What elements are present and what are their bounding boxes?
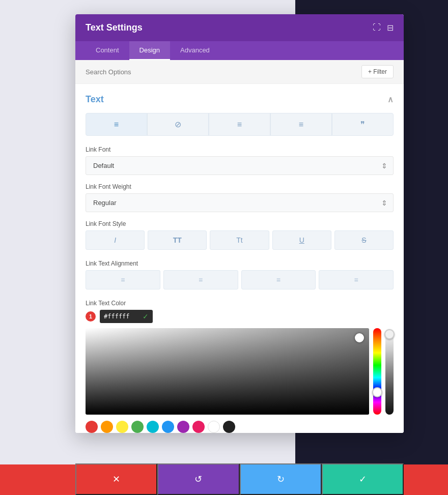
chevron-up-icon[interactable]: ∧: [387, 95, 394, 104]
align-left-btn[interactable]: ≡: [86, 270, 160, 289]
background-left: [0, 0, 75, 495]
tab-design[interactable]: Design: [129, 41, 170, 60]
section-title-text: Text: [86, 94, 104, 105]
link-font-style-field: Link Font Style I TT Tt U S: [86, 220, 394, 250]
tabs-bar: Content Design Advanced: [75, 41, 404, 60]
align-center-btn[interactable]: ≡: [163, 270, 238, 289]
color-spectrum[interactable]: [86, 328, 369, 415]
text-style-icons: ≡ ⊘ ≡ ≡ ❞: [86, 113, 394, 136]
link-font-select-wrapper: Default ⇕: [86, 156, 394, 175]
opacity-slider[interactable]: [385, 328, 394, 415]
swatch-black[interactable]: [223, 421, 235, 433]
uppercase-btn[interactable]: TT: [148, 230, 207, 250]
color-badge: 1: [86, 311, 96, 322]
cancel-button[interactable]: ✕: [75, 463, 157, 495]
hue-handle[interactable]: [372, 387, 382, 397]
strikethrough-icon-btn[interactable]: ⊘: [147, 113, 209, 136]
color-swatches: [86, 415, 394, 433]
link-font-select[interactable]: Default: [86, 156, 394, 175]
swatch-purple[interactable]: [177, 421, 189, 433]
swatch-orange[interactable]: [101, 421, 113, 433]
reset-button[interactable]: ↺: [157, 463, 239, 495]
hex-confirm-icon[interactable]: ✓: [143, 312, 149, 321]
modal-header: Text Settings ⛶ ⊟: [75, 14, 404, 41]
list-icon-btn[interactable]: ≡: [209, 113, 270, 136]
text-settings-modal: Text Settings ⛶ ⊟ Content Design Advance…: [75, 14, 404, 433]
opacity-handle[interactable]: [384, 329, 395, 339]
modal-footer: ✕ ↺ ↻ ✓: [75, 463, 404, 495]
link-text-alignment-field: Link Text Alignment ≡ ≡ ≡ ≡: [86, 260, 394, 289]
link-font-weight-select[interactable]: Regular: [86, 193, 394, 212]
hex-color-input[interactable]: [104, 313, 139, 320]
swatch-red[interactable]: [86, 421, 98, 433]
color-gradient-area: [86, 328, 394, 415]
tab-content[interactable]: Content: [86, 41, 129, 60]
search-bar: + Filter: [75, 60, 404, 84]
spectrum-handle[interactable]: [355, 333, 364, 342]
align-right-btn[interactable]: ≡: [241, 270, 316, 289]
quote-icon-btn[interactable]: ❞: [332, 113, 394, 136]
link-font-weight-select-wrapper: Regular ⇕: [86, 193, 394, 212]
capitalize-btn[interactable]: Tt: [210, 230, 269, 250]
swatch-blue[interactable]: [162, 421, 174, 433]
font-style-buttons: I TT Tt U S: [86, 230, 394, 250]
color-input-row: 1 ✓: [86, 310, 394, 323]
strikethrough-btn[interactable]: S: [334, 230, 394, 250]
modal-title: Text Settings: [86, 22, 143, 33]
swatch-cyan[interactable]: [147, 421, 159, 433]
redo-button[interactable]: ↻: [240, 463, 322, 495]
swatch-yellow[interactable]: [116, 421, 128, 433]
swatch-green[interactable]: [131, 421, 144, 433]
alignment-buttons: ≡ ≡ ≡ ≡: [86, 270, 394, 289]
align-justify-btn[interactable]: ≡: [319, 270, 394, 289]
underline-btn[interactable]: U: [272, 230, 331, 250]
italic-btn[interactable]: I: [86, 230, 145, 250]
link-text-alignment-label: Link Text Alignment: [86, 260, 394, 267]
save-button[interactable]: ✓: [322, 463, 404, 495]
modal-body: Text ∧ ≡ ⊘ ≡ ≡ ❞ Link Font Default ⇕ Lin…: [75, 84, 404, 433]
expand-icon[interactable]: ⛶: [373, 23, 381, 33]
hue-slider[interactable]: [373, 328, 381, 415]
filter-button[interactable]: + Filter: [361, 65, 394, 78]
search-input[interactable]: [86, 68, 361, 76]
link-text-color-section: Link Text Color 1 ✓: [86, 300, 394, 433]
columns-icon[interactable]: ⊟: [387, 23, 394, 33]
link-font-label: Link Font: [86, 146, 394, 153]
align-icon-btn[interactable]: ≡: [86, 113, 147, 136]
link-font-weight-label: Link Font Weight: [86, 183, 394, 190]
link-font-style-label: Link Font Style: [86, 220, 394, 227]
swatch-pink[interactable]: [192, 421, 205, 433]
hex-input-wrapper: ✓: [100, 310, 153, 323]
ordered-list-icon-btn[interactable]: ≡: [270, 113, 332, 136]
swatch-white[interactable]: [208, 421, 220, 433]
section-title: Text ∧: [86, 94, 394, 105]
link-font-weight-field: Link Font Weight Regular ⇕: [86, 183, 394, 212]
header-icons: ⛶ ⊟: [373, 23, 394, 33]
link-font-field: Link Font Default ⇕: [86, 146, 394, 175]
link-text-color-label: Link Text Color: [86, 300, 394, 307]
tab-advanced[interactable]: Advanced: [170, 41, 220, 60]
